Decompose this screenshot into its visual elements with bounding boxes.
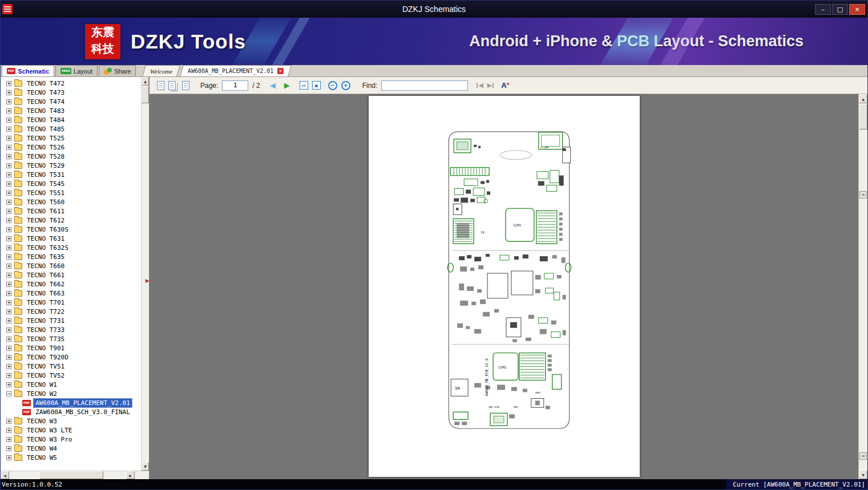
tree-folder-item[interactable]: +TECNO T473	[1, 88, 141, 97]
tree-folder-item[interactable]: +TECNO T663	[1, 289, 141, 298]
tree-item-label[interactable]: TECNO T528	[25, 152, 66, 161]
tree-folder-item[interactable]: +TECNO T531	[1, 170, 141, 179]
tab-schematic[interactable]: PDF Schematic	[2, 65, 54, 76]
continuous-page-icon[interactable]	[182, 81, 189, 90]
minimize-button[interactable]: –	[815, 4, 831, 15]
tree-folder-item[interactable]: +TECNO T472	[1, 79, 141, 88]
expand-icon[interactable]: +	[6, 81, 11, 86]
expand-icon[interactable]: +	[6, 99, 11, 104]
tree-folder-item[interactable]: +TECNO T483	[1, 106, 141, 115]
tree-item-label[interactable]: TECNO T525	[25, 134, 66, 143]
text-size-icon[interactable]: Aa	[501, 82, 509, 89]
tree-folder-item[interactable]: +TECNO T612	[1, 216, 141, 225]
previous-page-icon[interactable]: ◀	[270, 82, 276, 89]
tree-item-label[interactable]: TECNO T474	[25, 98, 66, 106]
expand-icon[interactable]: +	[6, 181, 11, 187]
tree-scrollbar-vertical[interactable]: ▲ ▼	[141, 77, 149, 471]
tree-folder-item[interactable]: +TECNO T920D	[1, 353, 141, 362]
tree-folder-item[interactable]: +TECNO T611	[1, 206, 141, 216]
tree-folder-item[interactable]: +TECNO T722	[1, 307, 141, 316]
expand-icon[interactable]: +	[6, 318, 11, 323]
expand-icon[interactable]: +	[6, 163, 11, 168]
tree-item-label[interactable]: TECNO T662	[25, 280, 66, 289]
expand-icon[interactable]: +	[6, 373, 11, 378]
expand-icon[interactable]: +	[6, 227, 11, 232]
tree-item-label[interactable]: TECNO T531	[25, 171, 66, 179]
tree-folder-item[interactable]: +TECNO T526	[1, 143, 141, 152]
expand-icon[interactable]: +	[6, 355, 11, 360]
expand-icon[interactable]: +	[6, 300, 11, 305]
tree-item-label[interactable]: TECNO T484	[25, 116, 66, 124]
expand-icon[interactable]: +	[6, 273, 11, 278]
tree-vscroll-thumb[interactable]	[142, 86, 149, 103]
doc-tab-welcome[interactable]: Welcome	[143, 65, 181, 76]
fit-page-icon[interactable]: ▪	[312, 81, 321, 90]
expand-icon[interactable]: +	[6, 136, 11, 141]
expand-icon[interactable]: +	[6, 264, 11, 269]
viewer-scrollbar-vertical[interactable]: ▲ ≡ ≡ ▼	[858, 94, 867, 479]
tree-item-label[interactable]: TECNO W1	[25, 380, 59, 389]
tree-folder-item[interactable]: +TECNO T525	[1, 133, 141, 143]
tree-folder-item[interactable]: +TECNO T545	[1, 179, 141, 188]
expand-icon[interactable]: +	[6, 437, 11, 442]
tree-item-label[interactable]: TECNO W5	[25, 453, 59, 462]
tree-folder-item[interactable]: +TECNO T731	[1, 316, 141, 325]
tree-item-label[interactable]: TECNO T560	[25, 198, 66, 206]
tree-folder-item[interactable]: +TECNO W3 Pro	[1, 435, 141, 444]
tree-folder-item[interactable]: +TECNO T735	[1, 334, 141, 343]
tree-item-label[interactable]: TECNO T473	[25, 88, 66, 97]
expand-icon[interactable]: +	[6, 291, 11, 296]
tree-folder-item[interactable]: +TECNO T632S	[1, 243, 141, 252]
tree-item-label[interactable]: TECNO T611	[25, 207, 66, 216]
tree-item-label[interactable]: TECNO T733	[25, 326, 66, 334]
tree-folder-item[interactable]: +TECNO T701	[1, 298, 141, 307]
tree-file-item[interactable]: PDFZAW600A_MB_SCH_V3.0_FINAL	[1, 407, 141, 416]
expand-icon[interactable]: +	[6, 172, 11, 177]
tree-folder-item[interactable]: +TECNO T528	[1, 152, 141, 161]
tree-item-label[interactable]: TECNO T545	[25, 180, 66, 188]
tree-item-label[interactable]: TECNO T661	[25, 271, 66, 280]
zoom-in-icon[interactable]: +	[341, 81, 350, 90]
tree-folder-item[interactable]: +TECNO TV51	[1, 362, 141, 371]
expand-icon[interactable]: +	[6, 282, 11, 287]
expand-icon[interactable]: +	[6, 382, 11, 387]
expand-icon[interactable]: +	[6, 254, 11, 260]
find-input[interactable]	[381, 80, 468, 91]
expand-icon[interactable]: +	[6, 245, 11, 250]
tree-item-label[interactable]: TECNO W3 Pro	[25, 435, 74, 444]
tree-item-label[interactable]: TECNO T901	[25, 344, 66, 353]
splitter-collapse-icon[interactable]: ▶	[146, 278, 150, 284]
tree-item-label[interactable]: TECNO T632S	[25, 244, 70, 252]
tree-folder-item[interactable]: +TECNO T474	[1, 97, 141, 106]
next-page-icon[interactable]: ▶	[284, 82, 290, 89]
expand-icon[interactable]: +	[6, 455, 11, 460]
expand-icon[interactable]: +	[6, 419, 11, 424]
scrollbar-marker-icon[interactable]: ≡	[859, 191, 867, 199]
tree-item-label[interactable]: TECNO T612	[25, 216, 66, 225]
zoom-out-icon[interactable]: −	[328, 81, 337, 90]
scroll-right-icon[interactable]: ▶	[126, 471, 135, 479]
expand-icon[interactable]: +	[6, 209, 11, 214]
tree-folder-item[interactable]: −TECNO W2	[1, 389, 141, 398]
tree-item-label[interactable]: TECNO T631	[25, 234, 66, 243]
tree-folder-item[interactable]: +TECNO T660	[1, 261, 141, 270]
expand-icon[interactable]: +	[6, 337, 11, 342]
page-number-input[interactable]	[222, 80, 248, 91]
tree-folder-item[interactable]: +TECNO T560	[1, 197, 141, 206]
tree-item-label[interactable]: ZAW600A_MB_SCH_V3.0_FINAL	[34, 408, 132, 416]
tree-item-label[interactable]: TECNO T920D	[25, 353, 70, 362]
viewer-vscroll-thumb[interactable]	[859, 104, 867, 129]
tree-hscroll-thumb[interactable]	[39, 471, 103, 479]
expand-icon[interactable]: +	[6, 346, 11, 351]
tree-item-label[interactable]: TECNO W3 LTE	[25, 426, 74, 435]
expand-icon[interactable]: +	[6, 127, 11, 132]
expand-icon[interactable]: +	[6, 145, 11, 150]
doc-tab-placement[interactable]: AW600A_MB_PLACEMENT_V2.01 ×	[180, 65, 291, 76]
expand-icon[interactable]: +	[6, 154, 11, 159]
viewer-scroll-down-icon[interactable]: ▼	[859, 470, 867, 479]
scroll-down-icon[interactable]: ▼	[142, 462, 149, 471]
tree-item-label[interactable]: TECNO T663	[25, 289, 66, 298]
tree-folder-item[interactable]: +TECNO W3	[1, 416, 141, 426]
tree-folder-item[interactable]: +TECNO TV52	[1, 371, 141, 380]
maximize-button[interactable]: □	[832, 4, 848, 15]
